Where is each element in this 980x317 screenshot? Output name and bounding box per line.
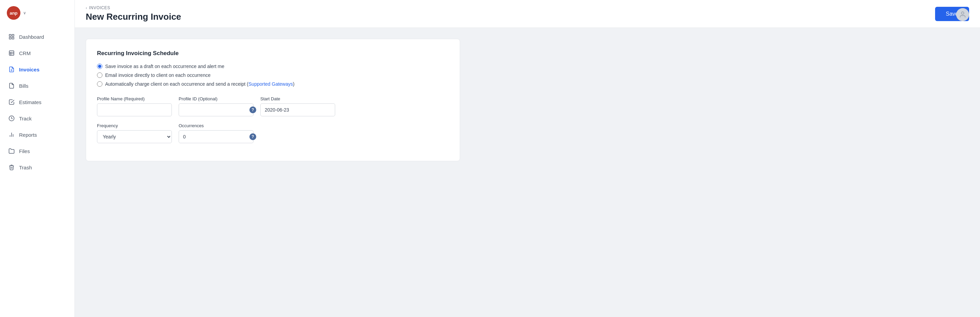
- form-row-2: Frequency Yearly Monthly Weekly Daily Oc…: [97, 123, 449, 143]
- radio-email-label: Email invoice directly to client on each…: [105, 73, 211, 78]
- logo-circle: anp: [7, 6, 21, 20]
- frequency-select[interactable]: Yearly Monthly Weekly Daily: [97, 130, 172, 143]
- radio-draft-input[interactable]: [97, 63, 102, 69]
- sidebar: anp ∨ Dashboard CRM: [0, 0, 75, 317]
- page-title: New Recurring Invoice: [86, 11, 181, 22]
- sidebar-item-label: Bills: [19, 83, 29, 89]
- sidebar-item-estimates[interactable]: Estimates: [0, 94, 75, 110]
- sidebar-item-label: Files: [19, 148, 30, 154]
- crm-icon: [8, 50, 15, 57]
- radio-charge-label: Automatically charge client on each occu…: [105, 81, 294, 87]
- bills-icon: [8, 82, 15, 89]
- sidebar-item-files[interactable]: Files: [0, 143, 75, 159]
- breadcrumb-back-icon: ‹: [86, 6, 87, 10]
- files-icon: [8, 147, 15, 154]
- occurrences-input-wrapper: ?: [179, 130, 253, 143]
- sidebar-item-bills[interactable]: Bills: [0, 78, 75, 94]
- sidebar-item-label: Dashboard: [19, 34, 44, 40]
- start-date-input[interactable]: [260, 103, 335, 116]
- dashboard-icon: [8, 33, 15, 40]
- radio-email[interactable]: Email invoice directly to client on each…: [97, 73, 449, 78]
- profile-name-label: Profile Name (Required): [97, 96, 172, 101]
- sidebar-item-track[interactable]: Track: [0, 110, 75, 127]
- sidebar-item-reports[interactable]: Reports: [0, 127, 75, 143]
- frequency-label: Frequency: [97, 123, 172, 128]
- form-row-1: Profile Name (Required) Profile ID (Opti…: [97, 96, 449, 116]
- reports-icon: [8, 131, 15, 138]
- sidebar-item-label: Estimates: [19, 99, 41, 105]
- svg-rect-3: [12, 37, 14, 39]
- section-title: Recurring Invoicing Schedule: [97, 50, 449, 57]
- frequency-group: Frequency Yearly Monthly Weekly Daily: [97, 123, 172, 143]
- svg-rect-4: [9, 51, 14, 55]
- radio-email-input[interactable]: [97, 73, 102, 78]
- header-left: ‹ INVOICES New Recurring Invoice: [86, 5, 181, 22]
- sidebar-item-label: Reports: [19, 132, 37, 138]
- radio-charge-input[interactable]: [97, 81, 102, 87]
- estimates-icon: [8, 99, 15, 105]
- sidebar-item-trash[interactable]: Trash: [0, 159, 75, 176]
- trash-icon: [8, 164, 15, 171]
- radio-group: Save invoice as a draft on each occurren…: [97, 63, 449, 87]
- profile-id-input-wrapper: ?: [179, 103, 253, 116]
- sidebar-item-label: Invoices: [19, 67, 40, 73]
- svg-rect-2: [9, 37, 11, 39]
- form-card: Recurring Invoicing Schedule Save invoic…: [86, 39, 460, 161]
- occurrences-input[interactable]: [179, 131, 247, 143]
- start-date-label: Start Date: [260, 96, 335, 101]
- sidebar-item-invoices[interactable]: Invoices: [0, 61, 75, 78]
- profile-id-help-icon[interactable]: ?: [247, 104, 259, 116]
- occurrences-help-icon[interactable]: ?: [247, 131, 259, 143]
- sidebar-nav: Dashboard CRM Invoices: [0, 26, 75, 317]
- track-icon: [8, 115, 15, 122]
- page-header: ‹ INVOICES New Recurring Invoice Save: [75, 0, 980, 28]
- profile-id-group: Profile ID (Optional) ?: [179, 96, 253, 116]
- content-area: Recurring Invoicing Schedule Save invoic…: [75, 28, 980, 317]
- sidebar-item-label: Trash: [19, 165, 32, 170]
- svg-rect-1: [12, 34, 14, 36]
- sidebar-item-label: Track: [19, 116, 32, 121]
- breadcrumb[interactable]: ‹ INVOICES: [86, 5, 181, 10]
- sidebar-item-label: CRM: [19, 50, 30, 56]
- logo-button[interactable]: anp ∨: [0, 0, 75, 26]
- radio-draft[interactable]: Save invoice as a draft on each occurren…: [97, 63, 449, 69]
- breadcrumb-label: INVOICES: [89, 5, 110, 10]
- sidebar-item-dashboard[interactable]: Dashboard: [0, 29, 75, 45]
- svg-rect-0: [9, 34, 11, 36]
- sidebar-item-crm[interactable]: CRM: [0, 45, 75, 61]
- main-content: ‹ INVOICES New Recurring Invoice Save Re…: [75, 0, 980, 317]
- profile-name-input[interactable]: [97, 103, 172, 116]
- occurrences-label: Occurrences: [179, 123, 253, 128]
- profile-id-input[interactable]: [179, 104, 247, 116]
- user-avatar[interactable]: [956, 8, 969, 21]
- radio-draft-label: Save invoice as a draft on each occurren…: [105, 63, 224, 69]
- occurrences-group: Occurrences ?: [179, 123, 253, 143]
- supported-gateways-link[interactable]: Supported Gateways: [248, 81, 293, 87]
- logo-chevron-icon: ∨: [23, 11, 26, 15]
- profile-id-label: Profile ID (Optional): [179, 96, 253, 101]
- start-date-group: Start Date: [260, 96, 335, 116]
- invoices-icon: [8, 66, 15, 73]
- svg-point-14: [961, 12, 964, 14]
- profile-name-group: Profile Name (Required): [97, 96, 172, 116]
- radio-charge[interactable]: Automatically charge client on each occu…: [97, 81, 449, 87]
